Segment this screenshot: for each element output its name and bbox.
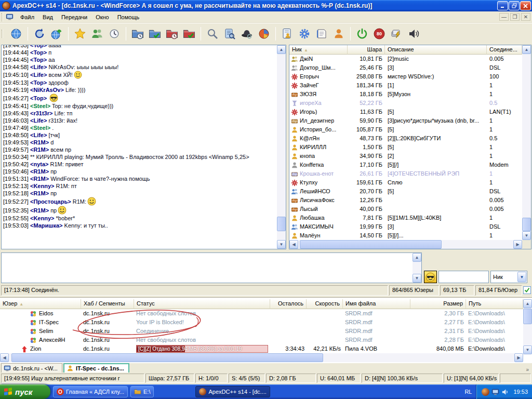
transfer-row[interactable]: Eidos dc.1nsk.ruНет свободных слотов SRD… — [0, 309, 523, 318]
scrollbar-thumb[interactable] — [522, 218, 531, 231]
user-row[interactable]: Ил_дезигнер59,90 ГБ[3]рисую*дистры*музык… — [289, 116, 522, 125]
column-left[interactable]: Осталось — [270, 299, 307, 309]
column-description[interactable]: Описание — [385, 45, 487, 55]
filter-target-select[interactable]: Ник ▼ — [490, 271, 527, 283]
column-status[interactable]: Статус — [134, 299, 270, 309]
scrollbar-thumb[interactable] — [523, 309, 532, 324]
sound-toggle-button[interactable] — [407, 27, 420, 41]
tab-private-chat[interactable]: IT-Spec - dc.1ns... — [63, 363, 129, 373]
reconnect-button[interactable] — [33, 27, 46, 41]
tab-overflow-chevron-icon[interactable]: » — [523, 367, 532, 373]
child-close-button[interactable]: ✕ — [521, 13, 530, 21]
speed-limiter-button[interactable]: 80 — [373, 27, 386, 41]
transfers-vscrollbar[interactable]: ▲ ▼ — [523, 299, 532, 354]
taskbar-button-browser[interactable]: O Главная « АДСЛ клу... — [53, 386, 128, 397]
menu-help[interactable]: Помощь — [113, 12, 144, 22]
chat-scrollbar[interactable]: ▲ ▼ — [277, 45, 286, 249]
settings-button[interactable] — [298, 27, 311, 41]
taskbar-button-apexdc[interactable]: ApexDC++ s14 - [dc.... — [195, 386, 270, 397]
start-button[interactable]: пуск — [0, 384, 50, 399]
menu-window[interactable]: Окно — [91, 12, 113, 22]
emoticon-button[interactable] — [424, 271, 437, 283]
user-row[interactable]: ЗЮЗЯ18,18 ГБ[5]Музон1 — [289, 90, 522, 99]
scroll-left-icon[interactable]: ◀ — [0, 353, 9, 362]
tab-hub-main[interactable]: dc.1nsk.ru - <W... — [1, 363, 62, 373]
waiting-users-button[interactable] — [165, 27, 179, 41]
message-input[interactable]: ▲ ▼ — [1, 252, 422, 283]
child-minimize-button[interactable]: — — [499, 13, 509, 21]
scroll-right-icon[interactable]: ▶ — [513, 240, 522, 249]
user-row[interactable]: Конffетка17,10 ГБ[5][/]Modem — [289, 161, 522, 169]
adl-search-button[interactable] — [223, 27, 236, 41]
user-row[interactable]: ЛешийНСО20,70 ГБ[5]DSL — [289, 187, 522, 196]
scroll-up-icon[interactable]: ▲ — [522, 45, 531, 54]
favorite-users-button[interactable] — [90, 27, 104, 41]
scroll-up-icon[interactable]: ▲ — [523, 299, 532, 308]
user-row[interactable]: КИРИЛЛЛ1,50 ГБ[5]1 — [289, 143, 522, 152]
transfer-row[interactable]: Selim dc.1nsk.ruСоединение... SRDR.mdf2,… — [0, 327, 523, 336]
user-row[interactable]: Крошка-енот26,61 ГБ[4]ОТЕЧЕСТВЕННЫЙ РЭП1 — [289, 169, 522, 178]
quick-connect-button[interactable] — [390, 27, 403, 41]
chevron-down-icon[interactable]: ▼ — [517, 272, 526, 282]
column-path[interactable]: Путь — [466, 299, 523, 309]
network-statistics-button[interactable] — [257, 27, 271, 41]
follow-redirect-button[interactable] — [50, 27, 63, 41]
scroll-up-icon[interactable]: ▲ — [277, 45, 286, 54]
scroll-down-icon[interactable]: ▼ — [523, 345, 532, 354]
column-user[interactable]: Юзер▲ — [0, 299, 81, 309]
message-input-scrollbar[interactable]: ▲ ▼ — [413, 253, 421, 283]
recent-hubs-button[interactable] — [108, 27, 121, 41]
finished-uploads-button[interactable] — [182, 27, 196, 41]
tray-network-icon[interactable] — [491, 388, 499, 396]
user-list-vscrollbar[interactable]: ▲ ▼ — [522, 45, 531, 240]
user-list-hscrollbar[interactable]: ◀ ▶ — [289, 240, 522, 249]
scroll-down-icon[interactable]: ▼ — [522, 231, 531, 240]
user-row[interactable]: МАКСИМЫЧ19,99 ГБ[3]DSL — [289, 222, 522, 231]
user-row[interactable]: Игорь)11,63 ГБ[5]LAN(T1) — [289, 108, 522, 116]
column-size[interactable]: Размер — [410, 299, 466, 309]
user-row[interactable]: К@лЯн48,73 ГБ[2][L:20KB]СибГУТИ0.5 — [289, 134, 522, 143]
scrollbar-thumb[interactable] — [300, 240, 442, 249]
menu-transfers[interactable]: Передачи — [57, 12, 91, 22]
transfers-hscrollbar[interactable]: ◀ ▶ — [0, 353, 523, 362]
chat-toggle-checkbox[interactable] — [523, 286, 531, 294]
language-indicator[interactable]: RL — [460, 389, 476, 395]
notepad-button[interactable] — [315, 27, 328, 41]
away-mode-button[interactable] — [332, 27, 345, 41]
favorite-hubs-button[interactable] — [73, 27, 87, 41]
hub-chat-pane[interactable]: [19:44:33] <Top> аааа [19:44:44] <Top> п… — [1, 45, 286, 249]
transfer-row[interactable]: АлексейН dc.1nsk.ruНет свободных слотов … — [0, 336, 523, 344]
user-row[interactable]: Егорыч258,08 ГБмистер WSDrive:)100 — [289, 72, 522, 81]
toolbar-grip[interactable] — [2, 30, 3, 38]
user-row[interactable]: Доктор_Шм...25,46 ГБ[3]DSL — [289, 63, 522, 72]
user-row[interactable]: Ктулху159,61 ГБСплю1 — [289, 178, 522, 187]
close-button[interactable] — [520, 1, 531, 10]
user-row[interactable]: Малёун14,50 ГБ[5][/]...1 — [289, 231, 522, 240]
scroll-down-icon[interactable]: ▼ — [277, 240, 286, 249]
taskbar-clock[interactable]: 19:53 — [513, 389, 528, 395]
shutdown-button[interactable] — [355, 27, 369, 41]
tray-apexdc-icon[interactable] — [482, 388, 489, 396]
restore-button[interactable] — [509, 1, 520, 10]
menu-file[interactable]: Файл — [16, 12, 38, 22]
column-filename[interactable]: Имя файла — [343, 299, 410, 309]
search-button[interactable] — [206, 27, 219, 41]
user-row[interactable]: Любашка7,81 ГБ[5][1M/1.5M][L:40KB]1 — [289, 214, 522, 222]
finished-downloads-button[interactable] — [148, 27, 162, 41]
tray-volume-icon[interactable] — [501, 388, 509, 396]
menu-view[interactable]: Вид — [38, 12, 57, 22]
scroll-up-icon[interactable]: ▲ — [413, 253, 421, 262]
user-row[interactable]: ДжiN10,81 ГБ[2]music0.005 — [289, 55, 522, 63]
column-nick[interactable]: Ник▲ — [289, 45, 348, 55]
search-spy-button[interactable] — [240, 27, 254, 41]
download-queue-button[interactable] — [131, 27, 144, 41]
minimize-button[interactable] — [497, 1, 508, 10]
column-hub[interactable]: Хаб / Сегменты — [81, 299, 134, 309]
user-row[interactable]: кнопа34,90 ГБ[2]1 — [289, 152, 522, 161]
user-row[interactable]: История_бо...105,87 ГБ[5]1 — [289, 125, 522, 134]
transfer-row-upload[interactable]: Zion dc.1nsk.ru [C][Z] Отдано 308,94 МБ … — [0, 344, 523, 353]
taskbar-button-explorer[interactable]: E:\ — [130, 386, 154, 397]
column-speed[interactable]: Скорость — [307, 299, 343, 309]
column-connection[interactable]: Соедине... — [487, 45, 522, 55]
scrollbar-thumb[interactable] — [11, 353, 323, 362]
